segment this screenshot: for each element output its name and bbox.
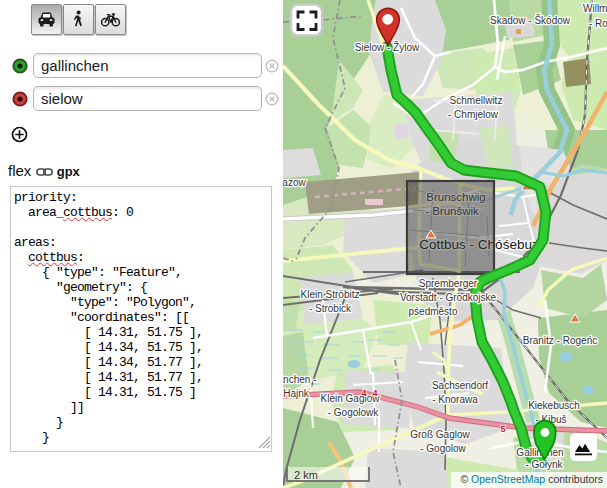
- svg-text:pśedměsto: pśedměsto: [409, 306, 458, 317]
- svg-text:Klein Gaglow: Klein Gaglow: [321, 393, 381, 404]
- svg-text:- Gogolowk: - Gogolowk: [328, 407, 380, 418]
- svg-text:Groß Gaglow: Groß Gaglow: [410, 429, 470, 440]
- svg-text:- Ro: - Ro: [589, 18, 607, 29]
- svg-text:- Chmjelow: - Chmjelow: [448, 109, 499, 120]
- svg-text:Branitz - Rogeńc: Branitz - Rogeńc: [523, 335, 597, 346]
- svg-text:azow: azow: [283, 177, 306, 188]
- svg-text:Vorstadt - Grodkojske: Vorstadt - Grodkojske: [400, 292, 497, 303]
- svg-text:Schmellwitz: Schmellwitz: [450, 95, 503, 106]
- svg-text:4: 4: [361, 388, 366, 398]
- svg-text:Kiekebusch: Kiekebusch: [528, 400, 580, 411]
- svg-text:- Strobick: - Strobick: [309, 303, 352, 314]
- svg-text:5: 5: [500, 424, 505, 434]
- svg-text:- Knorawa: - Knorawa: [432, 394, 478, 405]
- svg-text:2 km: 2 km: [294, 469, 318, 481]
- svg-text:4: 4: [372, 388, 377, 398]
- svg-text:- Gogolow: - Gogolow: [420, 443, 466, 454]
- svg-text:Klein Ströbitz: Klein Ströbitz: [301, 289, 360, 300]
- svg-text:Sachsendorf: Sachsendorf: [432, 380, 488, 391]
- svg-text:änchen -: änchen -: [283, 374, 316, 385]
- svg-text:Spremberger: Spremberger: [419, 278, 478, 289]
- svg-text:Skadow - Škódow: Skadow - Škódow: [490, 14, 571, 26]
- svg-text:Hajnk: Hajnk: [283, 388, 310, 399]
- svg-text:© OpenStreetMap contributors: © OpenStreetMap contributors: [460, 473, 603, 485]
- svg-text:Willm: Willm: [583, 3, 607, 14]
